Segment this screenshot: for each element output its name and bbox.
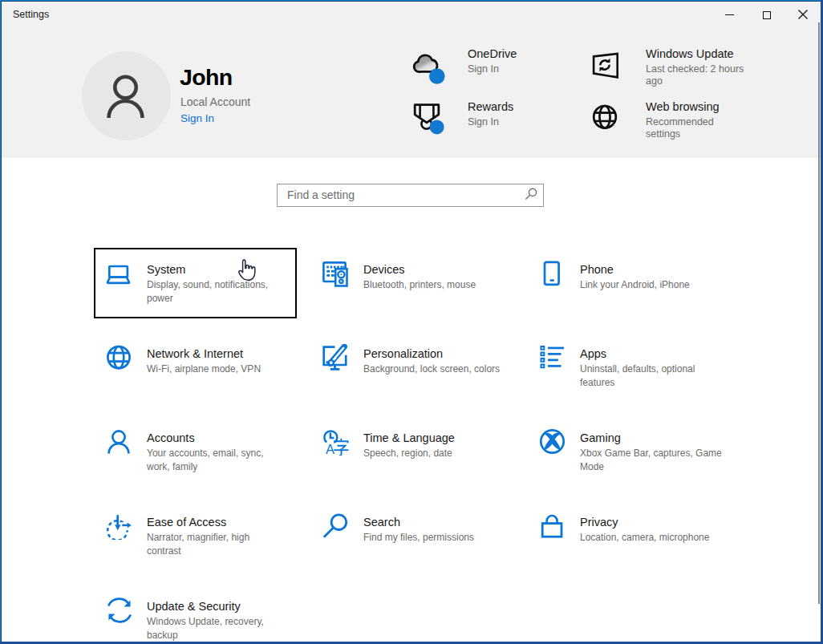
svg-text:A: A	[326, 442, 334, 456]
